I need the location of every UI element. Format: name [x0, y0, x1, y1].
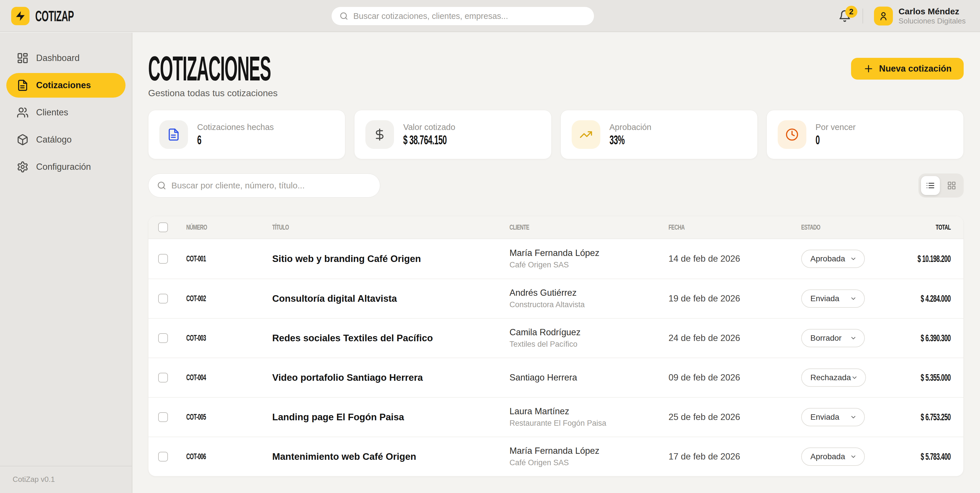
filter-row	[148, 173, 964, 198]
user-name: Carlos Méndez	[899, 6, 966, 17]
stat-label: Aprobación	[609, 122, 652, 132]
gear-icon	[17, 161, 29, 173]
quote-title: Consultoría digital Altavista	[272, 293, 509, 304]
status-select[interactable]: Enviada	[801, 289, 865, 308]
quote-title: Video portafolio Santiago Herrera	[272, 372, 509, 383]
app-version: CotiZap v0.1	[0, 466, 132, 493]
view-toggle	[918, 173, 964, 198]
quote-number: COT-002	[186, 294, 272, 303]
table-search-input[interactable]	[171, 181, 371, 190]
stat-card: Aprobación 33%	[560, 110, 758, 159]
row-checkbox[interactable]	[158, 452, 168, 461]
quote-client: Andrés Gutiérrez Constructora Altavista	[509, 288, 668, 309]
chevron-down-icon	[850, 453, 857, 460]
col-fecha: FECHA	[668, 223, 801, 231]
sidebar-item-label: Dashboard	[36, 53, 80, 63]
quote-title: Landing page El Fogón Paisa	[272, 412, 509, 423]
table-row[interactable]: COT-001 Sitio web y branding Café Origen…	[148, 239, 963, 279]
quote-date: 17 de feb de 2026	[668, 452, 801, 462]
search-icon	[340, 12, 348, 20]
page-title: COTIZACIONES	[148, 53, 271, 84]
sidebar-item[interactable]: Cotizaciones	[6, 73, 126, 98]
dollar-icon	[373, 128, 386, 141]
main-content: COTIZACIONES Gestiona todas tus cotizaci…	[133, 33, 980, 493]
stat-value: 6	[197, 134, 274, 146]
status-label: Aprobada	[810, 254, 845, 263]
quote-total: $ 4.284.000	[887, 293, 963, 304]
col-cliente: CLIENTE	[509, 223, 668, 231]
quote-title: Mantenimiento web Café Origen	[272, 451, 509, 462]
sidebar-item-label: Catálogo	[36, 135, 72, 145]
row-checkbox[interactable]	[158, 254, 168, 264]
notifications-button[interactable]: 2	[838, 10, 851, 22]
table-row[interactable]: COT-005 Landing page El Fogón Paisa Laur…	[148, 397, 963, 437]
quote-title: Redes sociales Textiles del Pacífico	[272, 333, 509, 344]
stat-label: Cotizaciones hechas	[197, 122, 274, 132]
stat-label: Por vencer	[816, 122, 856, 132]
chevron-down-icon	[850, 414, 857, 420]
topbar-divider	[862, 9, 863, 24]
status-label: Aprobada	[810, 452, 845, 461]
row-checkbox[interactable]	[158, 373, 168, 382]
chevron-down-icon	[850, 255, 857, 262]
quote-number: COT-001	[186, 254, 272, 263]
status-label: Enviada	[810, 294, 839, 303]
quote-number: COT-005	[186, 412, 272, 422]
list-icon	[926, 181, 935, 190]
user-icon	[878, 11, 889, 21]
table-row[interactable]: COT-004 Video portafolio Santiago Herrer…	[148, 358, 963, 397]
row-checkbox[interactable]	[158, 333, 168, 343]
topbar: COTIZAP 2 Carlos Méndez Soluciones Digit…	[0, 0, 980, 32]
col-numero: NÚMERO	[186, 223, 272, 231]
chevron-down-icon	[850, 295, 857, 302]
status-select[interactable]: Aprobada	[801, 250, 865, 268]
quotes-table: NÚMERO TÍTULO CLIENTE FECHA ESTADO TOTAL…	[148, 216, 964, 476]
stat-value: $ 38.764.150	[403, 134, 473, 146]
table-row[interactable]: COT-006 Mantenimiento web Café Origen Ma…	[148, 437, 963, 476]
list-view-button[interactable]	[921, 176, 940, 195]
sidebar-item[interactable]: Clientes	[6, 100, 126, 125]
topbar-right: 2 Carlos Méndez Soluciones Digitales	[838, 0, 966, 32]
brand-name: COTIZAP	[35, 8, 74, 24]
status-label: Borrador	[810, 333, 842, 343]
page-header: COTIZACIONES Gestiona todas tus cotizaci…	[148, 53, 964, 98]
status-select[interactable]: Rechazada	[801, 368, 866, 387]
select-all-checkbox[interactable]	[158, 222, 168, 232]
quote-client: Santiago Herrera	[509, 373, 668, 383]
row-checkbox[interactable]	[158, 294, 168, 303]
status-label: Enviada	[810, 412, 839, 422]
sidebar-item-label: Cotizaciones	[36, 80, 91, 90]
quote-date: 14 de feb de 2026	[668, 254, 801, 264]
quote-title: Sitio web y branding Café Origen	[272, 254, 509, 264]
status-label: Rechazada	[810, 373, 851, 382]
table-header: NÚMERO TÍTULO CLIENTE FECHA ESTADO TOTAL	[148, 216, 963, 239]
table-body: COT-001 Sitio web y branding Café Origen…	[148, 239, 963, 476]
sidebar-item[interactable]: Configuración	[6, 155, 126, 179]
stat-cards: Cotizaciones hechas 6 Valor cotizado $ 3…	[148, 110, 964, 159]
table-search	[148, 173, 380, 198]
col-total: TOTAL	[887, 223, 963, 231]
quote-total: $ 5.355.000	[887, 372, 963, 383]
quote-date: 25 de feb de 2026	[668, 412, 801, 422]
new-quote-button[interactable]: Nueva cotización	[851, 58, 964, 79]
notifications-badge: 2	[845, 6, 858, 18]
status-select[interactable]: Borrador	[801, 329, 865, 347]
status-select[interactable]: Enviada	[801, 408, 865, 426]
table-row[interactable]: COT-002 Consultoría digital Altavista An…	[148, 279, 963, 318]
sidebar-item[interactable]: Catálogo	[6, 127, 126, 152]
quote-number: COT-004	[186, 373, 272, 382]
sidebar-item[interactable]: Dashboard	[6, 46, 126, 70]
table-row[interactable]: COT-003 Redes sociales Textiles del Pací…	[148, 318, 963, 358]
status-select[interactable]: Aprobada	[801, 447, 865, 466]
user-company: Soluciones Digitales	[899, 17, 966, 25]
user-menu[interactable]: Carlos Méndez Soluciones Digitales	[874, 6, 966, 25]
row-checkbox[interactable]	[158, 412, 168, 422]
users-icon	[17, 106, 29, 119]
quote-client: Camila Rodríguez Textiles del Pacífico	[509, 327, 668, 349]
chevron-down-icon	[851, 374, 858, 381]
grid-view-button[interactable]	[942, 176, 961, 195]
quote-date: 09 de feb de 2026	[668, 373, 801, 383]
quote-number: COT-006	[186, 452, 272, 461]
global-search-input[interactable]	[353, 11, 586, 21]
clock-icon	[786, 128, 799, 141]
